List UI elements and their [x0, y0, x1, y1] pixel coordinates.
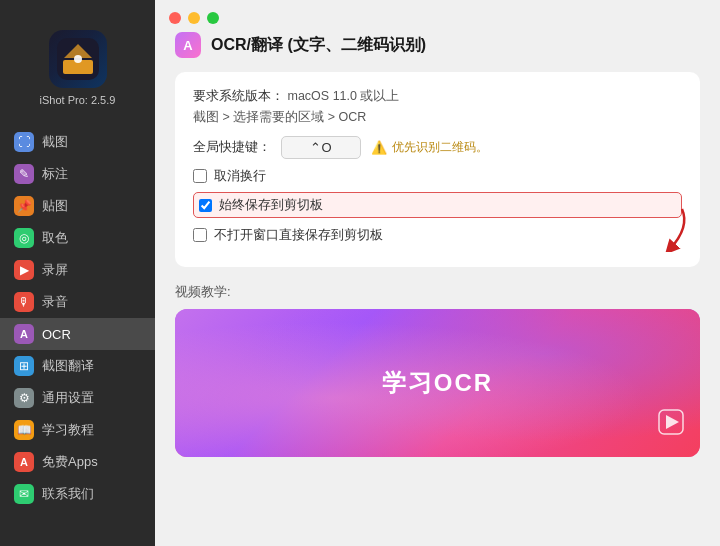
sidebar-label-sticker: 贴图 — [42, 197, 68, 215]
shortcut-label: 全局快捷键： — [193, 139, 271, 156]
record-audio-icon: 🎙 — [14, 292, 34, 312]
video-card-text: 学习OCR — [382, 367, 493, 399]
video-card[interactable]: 学习OCR — [175, 309, 700, 457]
sidebar-item-annotate[interactable]: ✎ 标注 — [0, 158, 155, 190]
contact-icon: ✉ — [14, 484, 34, 504]
checkbox-no-window-save: 不打开窗口直接保存到剪切板 — [193, 226, 682, 244]
video-play-icon — [658, 409, 684, 441]
maximize-button[interactable] — [207, 12, 219, 24]
sidebar-label-free: 免费Apps — [42, 453, 98, 471]
checkbox-cancel-newline: 取消换行 — [193, 167, 682, 185]
always-save-checkbox[interactable] — [199, 199, 212, 212]
content-area: A OCR/翻译 (文字、二维码识别) 要求系统版本： macOS 11.0 或… — [155, 32, 720, 546]
app-icon-area: iShot Pro: 2.5.9 — [0, 30, 155, 106]
sidebar-item-color[interactable]: ◎ 取色 — [0, 222, 155, 254]
translate-icon: ⊞ — [14, 356, 34, 376]
section-header: A OCR/翻译 (文字、二维码识别) — [175, 32, 700, 58]
section-title: OCR/翻译 (文字、二维码识别) — [211, 35, 426, 56]
always-save-row: 始终保存到剪切板 — [193, 192, 682, 218]
sidebar-item-record-audio[interactable]: 🎙 录音 — [0, 286, 155, 318]
tutorial-icon: 📖 — [14, 420, 34, 440]
sidebar-item-record-screen[interactable]: ▶ 录屏 — [0, 254, 155, 286]
no-window-save-checkbox[interactable] — [193, 228, 207, 242]
video-label: 视频教学: — [175, 283, 700, 301]
no-window-save-label: 不打开窗口直接保存到剪切板 — [214, 226, 383, 244]
info-require-label: 要求系统版本： — [193, 89, 284, 103]
info-steps: 截图 > 选择需要的区域 > OCR — [193, 110, 366, 124]
minimize-button[interactable] — [188, 12, 200, 24]
shortcut-row: 全局快捷键： ⌃O ⚠️ 优先识别二维码。 — [193, 136, 682, 159]
free-icon: A — [14, 452, 34, 472]
red-arrow-icon — [652, 207, 692, 252]
section-icon: A — [175, 32, 201, 58]
info-steps-line: 截图 > 选择需要的区域 > OCR — [193, 109, 682, 126]
cancel-newline-checkbox[interactable] — [193, 169, 207, 183]
annotate-icon: ✎ — [14, 164, 34, 184]
sidebar-label-ocr: OCR — [42, 327, 71, 342]
screenshot-icon: ⛶ — [14, 132, 34, 152]
sticker-icon: 📌 — [14, 196, 34, 216]
always-save-label: 始终保存到剪切板 — [219, 196, 323, 214]
main-content: A OCR/翻译 (文字、二维码识别) 要求系统版本： macOS 11.0 或… — [155, 0, 720, 546]
sidebar-label-annotate: 标注 — [42, 165, 68, 183]
warning-icon: ⚠️ — [371, 140, 387, 155]
info-version: macOS 11.0 或以上 — [287, 89, 399, 103]
sidebar-label-tutorial: 学习教程 — [42, 421, 94, 439]
warning-note: ⚠️ 优先识别二维码。 — [371, 140, 488, 155]
record-screen-icon: ▶ — [14, 260, 34, 280]
color-icon: ◎ — [14, 228, 34, 248]
sidebar-label-screenshot: 截图 — [42, 133, 68, 151]
sidebar-label-contact: 联系我们 — [42, 485, 94, 503]
window-controls — [155, 0, 720, 32]
sidebar-label-settings: 通用设置 — [42, 389, 94, 407]
sidebar-item-contact[interactable]: ✉ 联系我们 — [0, 478, 155, 510]
settings-icon: ⚙ — [14, 388, 34, 408]
sidebar-label-record-audio: 录音 — [42, 293, 68, 311]
sidebar: iShot Pro: 2.5.9 ⛶ 截图 ✎ 标注 📌 贴图 ◎ 取色 — [0, 0, 155, 546]
shortcut-input[interactable]: ⌃O — [281, 136, 361, 159]
sidebar-item-screenshot[interactable]: ⛶ 截图 — [0, 126, 155, 158]
warning-text: 优先识别二维码。 — [392, 140, 488, 155]
sidebar-item-ocr[interactable]: A OCR — [0, 318, 155, 350]
sidebar-nav: ⛶ 截图 ✎ 标注 📌 贴图 ◎ 取色 ▶ 录屏 — [0, 126, 155, 546]
sidebar-item-free[interactable]: A 免费Apps — [0, 446, 155, 478]
sidebar-label-translate: 截图翻译 — [42, 357, 94, 375]
ocr-icon: A — [14, 324, 34, 344]
sidebar-label-color: 取色 — [42, 229, 68, 247]
sidebar-item-tutorial[interactable]: 📖 学习教程 — [0, 414, 155, 446]
app-title: iShot Pro: 2.5.9 — [40, 94, 116, 106]
sidebar-label-record-screen: 录屏 — [42, 261, 68, 279]
sidebar-item-translate[interactable]: ⊞ 截图翻译 — [0, 350, 155, 382]
sidebar-item-sticker[interactable]: 📌 贴图 — [0, 190, 155, 222]
app-icon — [49, 30, 107, 88]
settings-card: 要求系统版本： macOS 11.0 或以上 截图 > 选择需要的区域 > OC… — [175, 72, 700, 267]
info-require-line: 要求系统版本： macOS 11.0 或以上 — [193, 88, 682, 105]
close-button[interactable] — [169, 12, 181, 24]
sidebar-item-settings[interactable]: ⚙ 通用设置 — [0, 382, 155, 414]
svg-point-3 — [74, 55, 82, 63]
cancel-newline-label: 取消换行 — [214, 167, 266, 185]
video-section: 视频教学: 学习OCR — [175, 283, 700, 457]
